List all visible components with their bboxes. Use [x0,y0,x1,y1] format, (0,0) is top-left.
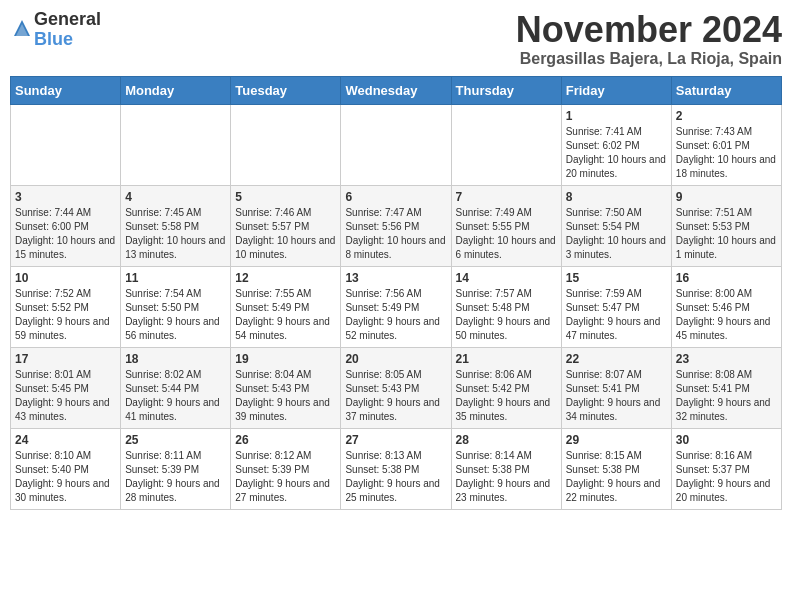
calendar-cell: 20Sunrise: 8:05 AM Sunset: 5:43 PM Dayli… [341,347,451,428]
location-title: Bergasillas Bajera, La Rioja, Spain [516,50,782,68]
day-info: Sunrise: 7:45 AM Sunset: 5:58 PM Dayligh… [125,206,226,262]
day-number: 24 [15,433,116,447]
calendar-cell: 11Sunrise: 7:54 AM Sunset: 5:50 PM Dayli… [121,266,231,347]
day-info: Sunrise: 8:02 AM Sunset: 5:44 PM Dayligh… [125,368,226,424]
calendar-cell: 1Sunrise: 7:41 AM Sunset: 6:02 PM Daylig… [561,104,671,185]
calendar-cell: 22Sunrise: 8:07 AM Sunset: 5:41 PM Dayli… [561,347,671,428]
page-header: General Blue November 2024 Bergasillas B… [10,10,782,68]
calendar-cell: 12Sunrise: 7:55 AM Sunset: 5:49 PM Dayli… [231,266,341,347]
calendar-cell: 7Sunrise: 7:49 AM Sunset: 5:55 PM Daylig… [451,185,561,266]
calendar-cell: 9Sunrise: 7:51 AM Sunset: 5:53 PM Daylig… [671,185,781,266]
calendar-cell: 10Sunrise: 7:52 AM Sunset: 5:52 PM Dayli… [11,266,121,347]
day-number: 3 [15,190,116,204]
calendar-cell: 16Sunrise: 8:00 AM Sunset: 5:46 PM Dayli… [671,266,781,347]
day-info: Sunrise: 8:13 AM Sunset: 5:38 PM Dayligh… [345,449,446,505]
week-row-4: 24Sunrise: 8:10 AM Sunset: 5:40 PM Dayli… [11,428,782,509]
day-info: Sunrise: 8:11 AM Sunset: 5:39 PM Dayligh… [125,449,226,505]
day-number: 14 [456,271,557,285]
calendar-cell: 3Sunrise: 7:44 AM Sunset: 6:00 PM Daylig… [11,185,121,266]
day-info: Sunrise: 8:04 AM Sunset: 5:43 PM Dayligh… [235,368,336,424]
day-number: 18 [125,352,226,366]
calendar-cell: 8Sunrise: 7:50 AM Sunset: 5:54 PM Daylig… [561,185,671,266]
day-number: 28 [456,433,557,447]
calendar-cell: 19Sunrise: 8:04 AM Sunset: 5:43 PM Dayli… [231,347,341,428]
day-info: Sunrise: 8:01 AM Sunset: 5:45 PM Dayligh… [15,368,116,424]
calendar-cell: 29Sunrise: 8:15 AM Sunset: 5:38 PM Dayli… [561,428,671,509]
day-number: 15 [566,271,667,285]
day-number: 10 [15,271,116,285]
logo-text: General Blue [34,10,101,50]
day-number: 21 [456,352,557,366]
day-info: Sunrise: 8:14 AM Sunset: 5:38 PM Dayligh… [456,449,557,505]
day-info: Sunrise: 7:54 AM Sunset: 5:50 PM Dayligh… [125,287,226,343]
day-info: Sunrise: 8:10 AM Sunset: 5:40 PM Dayligh… [15,449,116,505]
day-info: Sunrise: 7:52 AM Sunset: 5:52 PM Dayligh… [15,287,116,343]
day-info: Sunrise: 7:59 AM Sunset: 5:47 PM Dayligh… [566,287,667,343]
calendar-cell [231,104,341,185]
day-number: 30 [676,433,777,447]
logo: General Blue [10,10,101,50]
calendar-cell: 27Sunrise: 8:13 AM Sunset: 5:38 PM Dayli… [341,428,451,509]
day-info: Sunrise: 7:49 AM Sunset: 5:55 PM Dayligh… [456,206,557,262]
day-number: 26 [235,433,336,447]
day-number: 11 [125,271,226,285]
calendar-cell: 14Sunrise: 7:57 AM Sunset: 5:48 PM Dayli… [451,266,561,347]
day-info: Sunrise: 8:16 AM Sunset: 5:37 PM Dayligh… [676,449,777,505]
calendar-cell [121,104,231,185]
day-number: 7 [456,190,557,204]
day-info: Sunrise: 7:44 AM Sunset: 6:00 PM Dayligh… [15,206,116,262]
day-info: Sunrise: 7:50 AM Sunset: 5:54 PM Dayligh… [566,206,667,262]
day-info: Sunrise: 8:07 AM Sunset: 5:41 PM Dayligh… [566,368,667,424]
title-block: November 2024 Bergasillas Bajera, La Rio… [516,10,782,68]
day-info: Sunrise: 7:41 AM Sunset: 6:02 PM Dayligh… [566,125,667,181]
week-row-0: 1Sunrise: 7:41 AM Sunset: 6:02 PM Daylig… [11,104,782,185]
day-info: Sunrise: 8:05 AM Sunset: 5:43 PM Dayligh… [345,368,446,424]
day-number: 20 [345,352,446,366]
weekday-header-sunday: Sunday [11,76,121,104]
calendar-cell: 13Sunrise: 7:56 AM Sunset: 5:49 PM Dayli… [341,266,451,347]
day-number: 22 [566,352,667,366]
day-number: 27 [345,433,446,447]
week-row-2: 10Sunrise: 7:52 AM Sunset: 5:52 PM Dayli… [11,266,782,347]
weekday-header-thursday: Thursday [451,76,561,104]
day-number: 1 [566,109,667,123]
calendar-cell [11,104,121,185]
weekday-header-monday: Monday [121,76,231,104]
day-info: Sunrise: 8:12 AM Sunset: 5:39 PM Dayligh… [235,449,336,505]
day-number: 9 [676,190,777,204]
day-number: 8 [566,190,667,204]
calendar-cell: 25Sunrise: 8:11 AM Sunset: 5:39 PM Dayli… [121,428,231,509]
weekday-header-tuesday: Tuesday [231,76,341,104]
day-number: 23 [676,352,777,366]
day-number: 12 [235,271,336,285]
calendar-cell: 18Sunrise: 8:02 AM Sunset: 5:44 PM Dayli… [121,347,231,428]
day-info: Sunrise: 8:08 AM Sunset: 5:41 PM Dayligh… [676,368,777,424]
day-number: 4 [125,190,226,204]
calendar-cell: 15Sunrise: 7:59 AM Sunset: 5:47 PM Dayli… [561,266,671,347]
day-info: Sunrise: 8:00 AM Sunset: 5:46 PM Dayligh… [676,287,777,343]
day-number: 29 [566,433,667,447]
day-number: 13 [345,271,446,285]
day-info: Sunrise: 7:47 AM Sunset: 5:56 PM Dayligh… [345,206,446,262]
calendar-cell: 28Sunrise: 8:14 AM Sunset: 5:38 PM Dayli… [451,428,561,509]
calendar-cell: 2Sunrise: 7:43 AM Sunset: 6:01 PM Daylig… [671,104,781,185]
weekday-header-row: SundayMondayTuesdayWednesdayThursdayFrid… [11,76,782,104]
calendar-cell: 4Sunrise: 7:45 AM Sunset: 5:58 PM Daylig… [121,185,231,266]
day-info: Sunrise: 7:46 AM Sunset: 5:57 PM Dayligh… [235,206,336,262]
calendar-cell: 6Sunrise: 7:47 AM Sunset: 5:56 PM Daylig… [341,185,451,266]
logo-icon [12,18,32,38]
day-number: 2 [676,109,777,123]
day-number: 6 [345,190,446,204]
day-info: Sunrise: 7:55 AM Sunset: 5:49 PM Dayligh… [235,287,336,343]
calendar-cell: 26Sunrise: 8:12 AM Sunset: 5:39 PM Dayli… [231,428,341,509]
day-info: Sunrise: 7:57 AM Sunset: 5:48 PM Dayligh… [456,287,557,343]
calendar-cell: 5Sunrise: 7:46 AM Sunset: 5:57 PM Daylig… [231,185,341,266]
day-number: 5 [235,190,336,204]
day-number: 16 [676,271,777,285]
day-info: Sunrise: 7:51 AM Sunset: 5:53 PM Dayligh… [676,206,777,262]
day-number: 25 [125,433,226,447]
calendar-cell: 23Sunrise: 8:08 AM Sunset: 5:41 PM Dayli… [671,347,781,428]
weekday-header-friday: Friday [561,76,671,104]
day-number: 19 [235,352,336,366]
day-info: Sunrise: 8:15 AM Sunset: 5:38 PM Dayligh… [566,449,667,505]
